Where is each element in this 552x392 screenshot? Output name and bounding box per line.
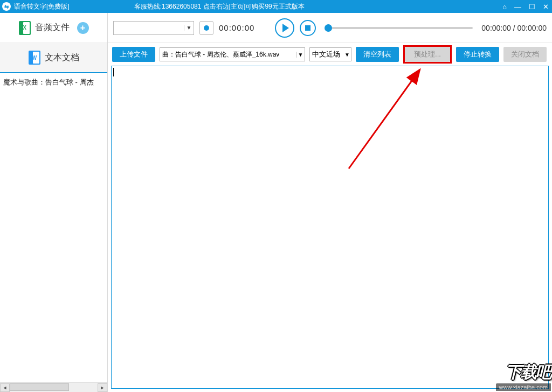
- tab-audio-label: 音频文件: [35, 22, 70, 33]
- excel-icon: X: [19, 21, 31, 35]
- playback-time: 00:00:00 / 00:00:00: [481, 24, 547, 32]
- play-button[interactable]: [275, 18, 294, 38]
- file-dropdown[interactable]: 曲：告白气球 - 周杰伦、蔡威泽_16k.wav ▼: [160, 47, 305, 61]
- scroll-left-icon[interactable]: ◄: [0, 383, 10, 392]
- toolbar: 上传文件 曲：告白气球 - 周杰伦、蔡威泽_16k.wav ▼ 中文近场 ▼ 清…: [108, 43, 552, 66]
- add-audio-button[interactable]: +: [77, 22, 89, 34]
- file-list: 魔术与歌曲：告白气球 - 周杰: [0, 73, 107, 382]
- scroll-thumb[interactable]: [10, 383, 69, 391]
- scroll-right-icon[interactable]: ►: [98, 383, 107, 392]
- preprocess-button[interactable]: 预处理...: [405, 47, 450, 62]
- play-icon: [282, 24, 289, 32]
- record-dot-icon: [204, 25, 209, 31]
- upload-button[interactable]: 上传文件: [112, 47, 155, 62]
- clear-list-button[interactable]: 清空列表: [356, 47, 399, 62]
- text-editor[interactable]: [111, 66, 549, 389]
- list-item[interactable]: 魔术与歌曲：告白气球 - 周杰: [3, 78, 104, 87]
- record-time: 00:00:00: [219, 23, 254, 32]
- language-value: 中文近场: [310, 50, 343, 59]
- stop-icon: [305, 25, 310, 31]
- chevron-down-icon: ▼: [296, 52, 305, 58]
- seek-slider[interactable]: [325, 27, 473, 29]
- app-icon: ⇆: [2, 2, 11, 11]
- tab-text-documents[interactable]: W 文本文档: [0, 43, 107, 73]
- hotline-text: 客服热线:13662605081 点击右边[主页]可购买99元正式版本: [134, 2, 305, 11]
- sidebar: X 音频文件 + W 文本文档 魔术与歌曲：告白气球 - 周杰 ◄ ►: [0, 13, 108, 392]
- chevron-down-icon: ▼: [184, 25, 194, 31]
- tab-text-label: 文本文档: [45, 52, 79, 64]
- maximize-icon[interactable]: ☐: [529, 3, 535, 11]
- minimize-icon[interactable]: —: [514, 3, 521, 11]
- horizontal-scrollbar[interactable]: ◄ ►: [0, 382, 107, 392]
- main-panel: ▼ 00:00:00 00:00:00 / 00:00:00 上传文件 曲：告白…: [108, 13, 552, 392]
- file-dropdown-value: 曲：告白气球 - 周杰伦、蔡威泽_16k.wav: [160, 50, 296, 59]
- chevron-down-icon: ▼: [343, 52, 351, 58]
- record-button[interactable]: [199, 21, 213, 35]
- text-cursor: [113, 68, 114, 76]
- annotation-arrow: [112, 66, 552, 389]
- player-bar: ▼ 00:00:00 00:00:00 / 00:00:00: [108, 13, 552, 43]
- slider-knob[interactable]: [325, 24, 332, 32]
- close-icon[interactable]: ✕: [543, 3, 549, 11]
- titlebar: ⇆ 语音转文字[免费版] 客服热线:13662605081 点击右边[主页]可购…: [0, 0, 552, 13]
- tab-audio-files[interactable]: X 音频文件 +: [0, 13, 107, 43]
- window-title: 语音转文字[免费版]: [14, 2, 70, 11]
- close-doc-button[interactable]: 关闭文档: [503, 47, 547, 62]
- audio-select-dropdown[interactable]: ▼: [113, 21, 194, 35]
- word-icon: W: [29, 51, 40, 65]
- annotation-highlight: 预处理...: [403, 45, 452, 64]
- language-dropdown[interactable]: 中文近场 ▼: [309, 47, 351, 61]
- scroll-track[interactable]: [10, 383, 98, 392]
- stop-convert-button[interactable]: 停止转换: [456, 47, 499, 62]
- svg-line-0: [349, 69, 420, 169]
- home-icon[interactable]: ⌂: [502, 3, 507, 11]
- stop-button[interactable]: [300, 20, 316, 36]
